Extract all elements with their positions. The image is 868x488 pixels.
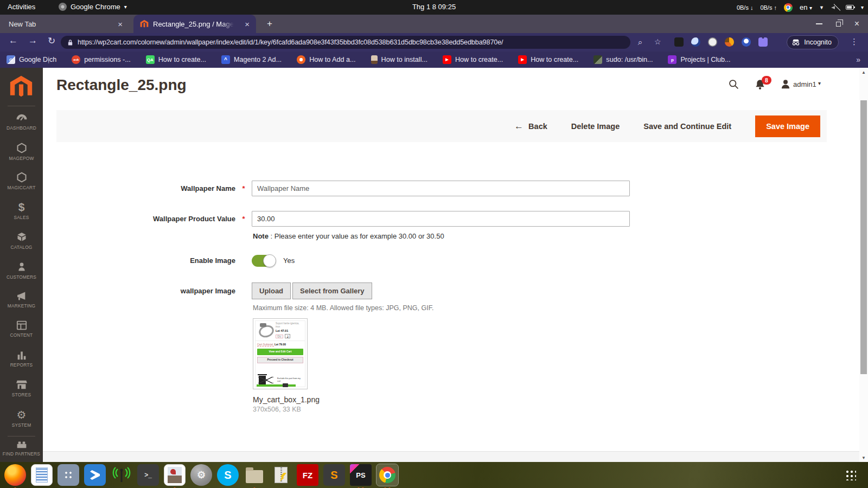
new-tab-button[interactable]: + [264,18,276,30]
system-menu-chevron-icon[interactable]: ▾ [861,4,864,10]
sidebar-item-marketing[interactable]: MARKETING [0,291,43,309]
close-icon[interactable]: × [116,20,125,29]
chevron-up-icon: ^ [221,55,230,64]
activities-button[interactable]: Activities [8,3,35,11]
url-bar[interactable]: https://wp2cart.com/colornew/admin/wallp… [61,36,630,49]
bookmark-item[interactable]: ▶ How to create... [443,55,503,64]
sidebar-item-stores[interactable]: STORES [0,380,43,397]
taskbar-vscode-icon[interactable] [84,464,106,486]
taskbar-gimp-icon[interactable] [164,464,186,486]
extension-icon[interactable] [742,37,751,47]
sidebar-item-dashboard[interactable]: DASHBOARD [0,113,43,131]
notification-count-badge[interactable]: 8 [762,76,771,85]
chevron-down-icon[interactable]: ▾ [818,80,821,86]
back-icon[interactable]: ← [9,35,18,46]
bookmark-item[interactable]: sudo: /usr/bin... [593,55,653,64]
taskbar-sublime-icon[interactable]: S [323,464,345,486]
taskbar-skype-icon[interactable]: S [217,464,239,486]
sidebar-item-system[interactable]: ⚙ SYSTEM [0,409,43,428]
taskbar-firefox-icon[interactable] [4,464,26,486]
sidebar-item-magiccart[interactable]: MAGICCART [0,172,43,190]
upload-button[interactable]: Upload [252,282,291,299]
sidebar-item-catalog[interactable]: CATALOG [0,232,43,250]
bookmark-item[interactable]: p Projects | Club... [668,55,730,64]
sidebar-item-find-partners[interactable]: FIND PARTNERS [0,440,43,457]
magento-logo[interactable] [9,75,33,99]
sidebar-item-reports[interactable]: REPORTS [0,350,43,368]
save-and-continue-button[interactable]: Save and Continue Edit [643,122,731,131]
net-speed-down: 0B/s↓ [737,4,754,11]
app-menu[interactable]: Google Chrome ▾ [59,3,127,11]
chrome-tray-icon[interactable] [784,3,793,12]
scrollbar-thumb[interactable] [860,100,867,374]
tab-new-tab[interactable]: New Tab × [0,15,130,33]
extension-icon[interactable] [708,37,717,47]
wallpaper-thumbnail[interactable]: Suport hartie igienica, inox Lei 47.01 Q… [253,318,308,389]
bookmark-item[interactable]: ^ Magento 2 Ad... [221,55,282,64]
extension-icon[interactable] [691,37,700,47]
sidebar-item-content[interactable]: CONTENT [0,320,43,338]
taskbar-settings-icon[interactable]: ⚙ [190,464,212,486]
reload-icon[interactable]: ↻ [48,35,55,47]
battery-icon[interactable] [846,5,854,10]
thumbnail-meta: 370x506, 33 KB [253,406,301,413]
search-icon[interactable] [728,79,739,90]
extensions-puzzle-icon[interactable] [758,37,768,47]
restore-icon[interactable] [836,22,841,27]
scroll-up-icon[interactable]: ▲ [859,70,868,75]
person-icon [17,261,27,272]
progress-bar [257,384,296,387]
taskbar-ubuntu-software-icon[interactable] [58,464,79,486]
incognito-badge[interactable]: Incognito [787,35,839,49]
back-button[interactable]: ← Back [514,121,547,132]
sidebar-item-customers[interactable]: CUSTOMERS [0,261,43,280]
delete-image-button[interactable]: Delete Image [571,122,620,131]
window-close-icon[interactable]: × [854,20,859,28]
hexagon-icon [16,143,27,153]
product-image [257,322,274,338]
search-icon[interactable]: ⌕ [638,37,642,47]
show-applications-icon[interactable] [845,470,856,480]
clock[interactable]: Thg 1 8 09:25 [412,3,456,11]
bookmark-google-translate[interactable]: G Google Dịch [7,55,56,64]
bookmark-item[interactable]: How to install... [371,55,427,64]
select-from-gallery-button[interactable]: Select from Gallery [292,282,372,299]
taskbar-chrome-icon[interactable] [376,464,398,486]
minimize-icon[interactable] [816,23,822,24]
keyboard-layout[interactable]: en ▾ [800,3,812,11]
wallpaper-value-input[interactable] [252,211,630,227]
browser-menu-icon[interactable]: ⋮ [850,37,858,47]
network-icon[interactable]: ▼ [819,5,824,10]
bookmark-item[interactable]: QA How to create... [146,55,206,64]
taskbar-terminal-icon[interactable]: >_ [137,464,159,486]
enable-image-toggle[interactable] [252,255,276,267]
taskbar-phpstorm-icon[interactable]: PS [350,464,372,486]
taskbar-network-antenna-icon[interactable] [111,464,132,486]
bookmark-item[interactable]: ▶ How to create... [518,55,578,64]
upload-arrow-icon: ↑ [774,4,777,11]
admin-username[interactable]: admin1 [793,80,816,88]
taskbar-files-icon[interactable] [244,464,265,486]
taskbar-archive-manager-icon[interactable] [270,464,292,486]
scrollbar[interactable]: ▲ ▼ [859,68,868,462]
sidebar-item-sales[interactable]: $ SALES [0,202,43,220]
muted-speaker-icon[interactable] [831,4,839,11]
scroll-down-icon[interactable]: ▼ [859,455,868,460]
admin-avatar-icon[interactable] [780,79,791,89]
extension-icon[interactable] [674,37,684,47]
sidebar-item-magepow[interactable]: MAGEPOW [0,143,43,161]
bookmark-item[interactable]: ask permissions -... [72,55,130,64]
taskbar-libreoffice-writer-icon[interactable] [31,464,53,486]
tab-active[interactable]: Rectangle_25.png / Mage × [133,15,256,33]
bookmarks-overflow-icon[interactable]: » [856,55,860,64]
taskbar-filezilla-icon[interactable]: FZ [297,464,318,486]
bookmark-star-icon[interactable]: ☆ [654,37,661,46]
bookmark-item[interactable]: How to Add a... [297,55,355,64]
forward-icon[interactable]: → [28,35,37,46]
close-icon[interactable]: × [242,20,252,29]
terminal-avatar-icon [593,55,602,64]
page-title: Rectangle_25.png [56,76,187,94]
extension-icon[interactable] [725,37,734,47]
save-image-button[interactable]: Save Image [755,115,820,137]
wallpaper-name-input[interactable] [252,181,630,196]
